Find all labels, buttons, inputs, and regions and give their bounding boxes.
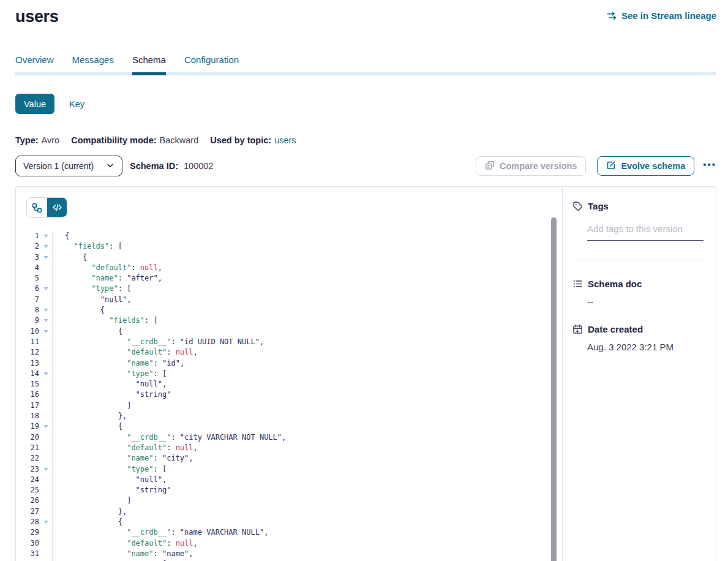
type-value: Avro: [42, 135, 60, 145]
code-line: 28 {: [16, 517, 562, 527]
code-line: 14 "type": [: [16, 369, 562, 379]
edit-icon: [606, 160, 616, 172]
code-line: 19 {: [16, 421, 562, 432]
compatibility-group: Compatibility mode: Backward: [71, 135, 198, 145]
code-line: 12 "default": null,: [16, 347, 562, 358]
fold-toggle-icon[interactable]: [43, 256, 48, 259]
date-created-title: Date created: [588, 324, 643, 334]
fold-toggle-icon[interactable]: [43, 330, 48, 333]
compare-versions-button[interactable]: Compare versions: [476, 156, 587, 176]
version-select[interactable]: Version 1 (current): [15, 156, 122, 176]
more-options-button[interactable]: •••: [703, 160, 716, 173]
line-number: 16: [16, 390, 39, 400]
code-lines: 1{2 "fields": [3 {4 "default": null,5 "n…: [16, 231, 562, 561]
line-number: 18: [16, 411, 39, 421]
line-number: 19: [16, 421, 39, 432]
fold-gutter: [39, 263, 53, 273]
code-line: 10 {: [16, 326, 562, 337]
code-line: 5 "name": "after",: [16, 273, 562, 284]
vertical-scrollbar[interactable]: [551, 217, 557, 561]
tab-messages[interactable]: Messages: [72, 55, 114, 75]
fold-toggle-icon[interactable]: [43, 521, 48, 524]
code-line-text: "name": "city",: [53, 453, 193, 464]
stream-lineage-icon: [606, 11, 617, 21]
line-number: 29: [16, 527, 39, 538]
tree-view-icon: [32, 203, 42, 213]
code-line: 13 "name": "id",: [16, 358, 562, 369]
fold-gutter: [39, 538, 53, 549]
type-group: Type: Avro: [15, 135, 59, 145]
fold-toggle-icon[interactable]: [43, 309, 48, 312]
tab-configuration[interactable]: Configuration: [184, 55, 239, 75]
page-title: users: [15, 7, 59, 26]
key-button[interactable]: Key: [69, 99, 84, 109]
used-by-topic-label: Used by topic:: [210, 135, 271, 145]
fold-toggle-icon[interactable]: [43, 319, 48, 322]
code-line-text: ]: [53, 495, 131, 506]
type-label: Type:: [15, 135, 39, 145]
fold-toggle-icon[interactable]: [43, 425, 48, 428]
fold-gutter: [39, 231, 53, 241]
fold-toggle-icon[interactable]: [43, 287, 48, 290]
line-number: 12: [16, 347, 39, 358]
fold-gutter: [39, 305, 53, 315]
code-line-text: "default": null,: [53, 443, 198, 453]
code-line: 1{: [16, 231, 562, 241]
code-line: 23 "type": [: [16, 464, 562, 475]
code-line-text: {: [53, 231, 69, 241]
tab-schema[interactable]: Schema: [132, 55, 166, 75]
fold-gutter: [39, 390, 53, 400]
fold-gutter: [39, 485, 53, 495]
fold-toggle-icon[interactable]: [43, 235, 48, 238]
evolve-schema-button[interactable]: Evolve schema: [597, 156, 694, 176]
see-in-stream-lineage-link[interactable]: See in Stream lineage: [606, 10, 716, 21]
code-line: 6 "type": [: [16, 284, 562, 294]
code-line: 4 "default": null,: [16, 263, 562, 273]
code-line-text: },: [53, 411, 127, 421]
fold-gutter: [39, 475, 53, 485]
code-line: 3 {: [16, 252, 562, 263]
code-line-text: ]: [53, 401, 131, 411]
line-number: 30: [16, 538, 39, 549]
code-view-button[interactable]: [47, 197, 67, 217]
code-line-text: "string": [53, 390, 171, 400]
line-number: 20: [16, 432, 39, 443]
fold-gutter: [39, 453, 53, 464]
topic-link[interactable]: users: [274, 135, 296, 145]
tab-overview[interactable]: Overview: [15, 55, 54, 75]
tab-bar: Overview Messages Schema Configuration: [15, 55, 716, 75]
fold-gutter: [39, 506, 53, 517]
version-select-value: Version 1 (current): [23, 161, 94, 171]
schema-meta-row: Type: Avro Compatibility mode: Backward …: [15, 135, 716, 145]
evolve-schema-label: Evolve schema: [621, 161, 685, 171]
code-line: 22 "name": "city",: [16, 453, 562, 464]
code-line-text: {: [53, 421, 122, 432]
code-line: 25 "string": [16, 485, 562, 495]
tree-view-button[interactable]: [27, 198, 47, 217]
fold-toggle-icon[interactable]: [43, 245, 48, 248]
chevron-down-icon: [106, 161, 114, 171]
fold-toggle-icon[interactable]: [43, 468, 48, 471]
tags-section-heading: Tags: [572, 201, 704, 211]
schema-id-label: Schema ID:: [130, 161, 178, 171]
value-button[interactable]: Value: [15, 94, 54, 114]
line-number: 6: [16, 284, 39, 294]
line-number: 13: [16, 358, 39, 369]
line-number: 28: [16, 517, 39, 527]
line-number: 22: [16, 453, 39, 464]
fold-gutter: [39, 421, 53, 432]
compatibility-value: Backward: [160, 135, 199, 145]
code-line: 30 "default": null,: [16, 538, 562, 549]
line-number: 27: [16, 506, 39, 517]
code-line-text: {: [53, 252, 87, 263]
code-line: 24 "null",: [16, 475, 562, 485]
schema-panel: 1{2 "fields": [3 {4 "default": null,5 "n…: [15, 186, 716, 561]
code-line: 27 },: [16, 506, 562, 517]
fold-toggle-icon[interactable]: [43, 372, 48, 375]
code-line: 26 ]: [16, 495, 562, 506]
used-by-topic-group: Used by topic: users: [210, 135, 296, 145]
code-line-text: "null",: [53, 475, 167, 485]
line-number: 23: [16, 464, 39, 475]
line-number: 9: [16, 315, 39, 326]
add-tags-input[interactable]: [587, 224, 704, 241]
